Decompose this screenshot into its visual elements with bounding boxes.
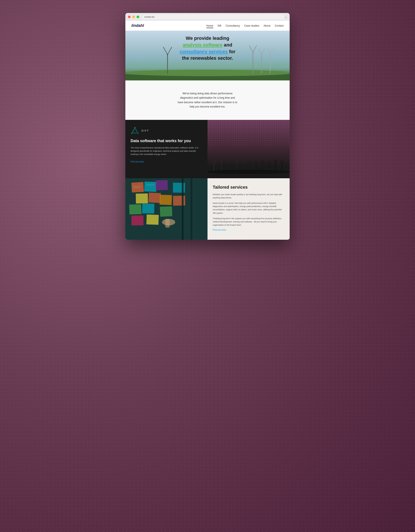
svg-line-28 — [212, 160, 214, 164]
svg-line-45 — [243, 159, 245, 163]
svg-line-41 — [237, 160, 239, 164]
mission-text: We've being doing data driven performanc… — [177, 91, 238, 109]
sift-logo-area: SIFT — [130, 126, 202, 135]
services-section: Tailored services Whether you need resul… — [125, 178, 290, 240]
svg-point-23 — [134, 127, 135, 128]
hero-and: and — [224, 42, 232, 48]
svg-line-56 — [261, 160, 263, 163]
sift-description: The most comprehensive operational data … — [130, 146, 202, 156]
services-para3: Thinking long-term? We support you with … — [213, 217, 285, 227]
svg-line-36 — [227, 159, 229, 163]
hero-section: We provide leading analysis software and… — [125, 31, 290, 80]
svg-line-49 — [250, 160, 252, 163]
sift-headline: Data software that works for you — [130, 138, 202, 143]
svg-line-48 — [248, 160, 250, 163]
nav-links: Home Sift Consultancy Case studies About… — [206, 24, 284, 27]
hero-content: We provide leading analysis software and… — [125, 35, 290, 62]
sift-right-panel — [207, 120, 290, 178]
svg-line-32 — [219, 158, 221, 162]
website: lindahl Home Sift Consultancy Case studi… — [125, 21, 290, 240]
nav-contact[interactable]: Contact — [275, 24, 284, 27]
nav-consultancy[interactable]: Consultancy — [226, 24, 240, 27]
svg-line-40 — [235, 160, 237, 164]
mission-section: We've being doing data driven performanc… — [125, 80, 290, 120]
services-para2: Need results in a hurry? We help you wit… — [213, 201, 285, 215]
sift-dots-decoration — [207, 120, 290, 146]
nav-case-studies[interactable]: Case studies — [244, 24, 259, 27]
consultancy-services-link[interactable]: consultancy services — [180, 49, 228, 54]
svg-rect-93 — [191, 178, 192, 240]
browser-window: lindahl.ltd ⌕ lindahl Home Sift Consulta… — [125, 13, 290, 240]
svg-point-25 — [131, 133, 132, 134]
sift-label: SIFT — [141, 129, 149, 132]
services-headline: Tailored services — [213, 185, 285, 190]
hero-line-last: the renewables sector. — [182, 55, 233, 61]
svg-point-24 — [138, 133, 138, 134]
services-find-out-more[interactable]: Find out more — [213, 229, 285, 231]
sift-section: SIFT Data software that works for you Th… — [125, 120, 290, 178]
nav-sift[interactable]: Sift — [218, 24, 221, 27]
logo-text: lindahl — [131, 23, 144, 28]
services-image-panel — [125, 178, 207, 240]
svg-line-53 — [256, 161, 258, 165]
address-bar[interactable]: lindahl.ltd — [143, 15, 284, 19]
svg-line-68 — [280, 160, 282, 164]
hero-title: We provide leading analysis software and… — [130, 35, 285, 62]
sift-left-panel: SIFT Data software that works for you Th… — [125, 120, 207, 178]
svg-line-37 — [229, 159, 231, 163]
sift-find-out-more[interactable]: Find out more — [130, 161, 144, 163]
search-icon[interactable]: ⌕ — [285, 15, 287, 19]
svg-rect-92 — [182, 178, 184, 240]
maximize-dot[interactable] — [137, 16, 139, 18]
minimize-dot[interactable] — [132, 16, 135, 18]
hero-line1: We provide leading — [186, 36, 229, 41]
svg-line-69 — [282, 160, 284, 164]
svg-line-33 — [221, 158, 224, 162]
svg-line-57 — [263, 160, 264, 163]
svg-point-71 — [207, 170, 290, 174]
svg-rect-89 — [125, 178, 207, 240]
svg-line-65 — [276, 159, 277, 163]
analysis-software-link[interactable]: analysis software — [183, 42, 222, 48]
svg-line-61 — [269, 161, 271, 164]
services-illustration — [125, 178, 207, 240]
svg-rect-91 — [165, 219, 170, 228]
hero-for: for — [229, 49, 235, 54]
svg-line-60 — [267, 161, 269, 164]
logo[interactable]: lindahl — [131, 23, 144, 28]
svg-point-2 — [125, 70, 290, 76]
sift-turbines — [207, 152, 290, 178]
nav-home[interactable]: Home — [206, 24, 213, 28]
svg-line-52 — [254, 161, 256, 165]
svg-line-64 — [274, 159, 276, 163]
nav-about[interactable]: About — [263, 24, 270, 27]
close-dot[interactable] — [128, 16, 130, 18]
main-nav: lindahl Home Sift Consultancy Case studi… — [125, 21, 290, 31]
svg-line-29 — [214, 160, 216, 164]
services-text-panel: Tailored services Whether you need resul… — [207, 178, 290, 240]
browser-chrome: lindahl.ltd ⌕ — [125, 13, 290, 21]
services-para1: Whether you need results quickly or are … — [213, 193, 285, 199]
svg-line-44 — [241, 159, 243, 163]
sift-logo-icon — [130, 126, 139, 135]
url-text: lindahl.ltd — [144, 16, 154, 18]
